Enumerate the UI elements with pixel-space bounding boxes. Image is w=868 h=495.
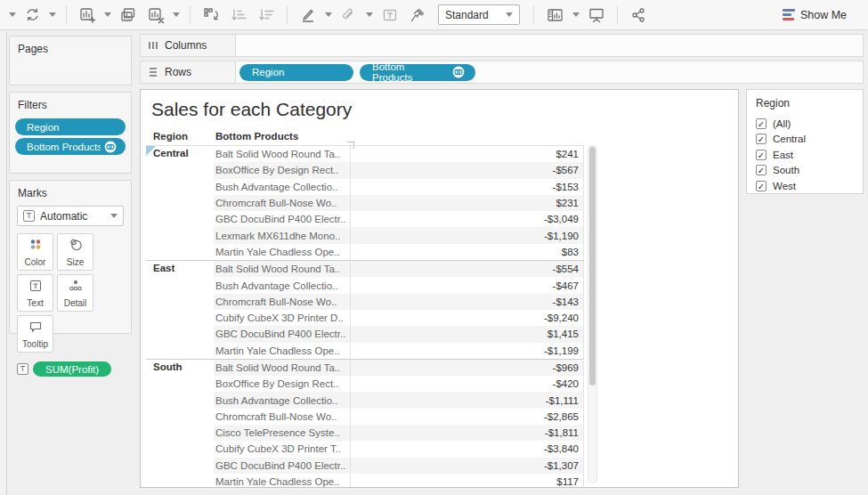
table-row[interactable]: Cubify CubeX 3D Printer T..-$3,840 (214, 441, 584, 457)
show-hide-cards-caret[interactable] (572, 12, 580, 17)
profit-value-cell[interactable]: -$554 (350, 261, 584, 277)
checkbox-icon[interactable]: ✓ (756, 181, 767, 191)
product-cell[interactable]: Lexmark MX611dhe Mono.. (214, 231, 350, 241)
undo-dropdown-caret[interactable] (9, 12, 16, 17)
product-cell[interactable]: Bush Advantage Collectio.. (214, 280, 350, 291)
table-row[interactable]: Bush Advantage Collectio..-$153 (214, 179, 584, 195)
product-cell[interactable]: Cisco TelePresence Syste.. (214, 427, 350, 438)
filter-pill-bottom-products[interactable]: Bottom Products (15, 138, 126, 155)
table-row[interactable]: Chromcraft Bull-Nose Wo..$231 (214, 195, 584, 211)
color-button[interactable]: Color (17, 233, 53, 271)
profit-value-cell[interactable]: -$3,049 (350, 211, 584, 227)
table-row[interactable]: BoxOffice By Design Rect..-$420 (214, 376, 584, 392)
table-row[interactable]: Cisco TelePresence Syste..-$1,811 (214, 425, 584, 441)
profit-value-cell[interactable]: $117 (350, 474, 584, 488)
filter-pill-region[interactable]: Region (15, 118, 126, 135)
product-cell[interactable]: Martin Yale Chadless Ope.. (214, 247, 350, 257)
product-cell[interactable]: Martin Yale Chadless Ope.. (214, 345, 350, 356)
duplicate-sheet-icon[interactable] (118, 4, 139, 26)
checkbox-icon[interactable]: ✓ (756, 165, 767, 175)
text-button[interactable]: Text (17, 274, 53, 312)
fix-axes-icon[interactable] (407, 4, 428, 26)
show-mark-labels-icon[interactable] (379, 4, 401, 26)
auto-update-caret[interactable] (49, 12, 56, 17)
profit-value-cell[interactable]: -$567 (350, 162, 584, 178)
product-cell[interactable]: Martin Yale Chadless Ope.. (214, 476, 350, 487)
filter-option-south[interactable]: ✓South (747, 163, 863, 179)
product-cell[interactable]: Cubify CubeX 3D Printer T.. (214, 443, 350, 454)
mark-type-dropdown[interactable]: T Automatic (17, 206, 124, 226)
size-button[interactable]: Size (57, 233, 93, 271)
table-row[interactable]: Chromcraft Bull-Nose Wo..-$143 (214, 294, 584, 310)
table-row[interactable]: Bush Advantage Collectio..-$1,111 (214, 392, 584, 408)
table-row[interactable]: Lexmark MX611dhe Mono..-$1,190 (214, 227, 584, 243)
product-cell[interactable]: GBC DocuBind P400 Electr.. (214, 214, 350, 224)
presentation-mode-icon[interactable] (586, 4, 607, 26)
new-worksheet-icon[interactable] (77, 4, 98, 26)
columns-shelf-area[interactable] (236, 34, 864, 57)
share-icon[interactable] (628, 4, 649, 26)
highlight-caret[interactable] (325, 12, 332, 17)
table-row[interactable]: GBC DocuBind P400 Electr..-$1,307 (214, 458, 584, 474)
auto-update-icon[interactable] (22, 4, 43, 25)
rows-shelf-area[interactable]: RegionBottom Products (236, 61, 864, 84)
product-cell[interactable]: Chromcraft Bull-Nose Wo.. (214, 411, 350, 422)
product-cell[interactable]: GBC DocuBind P400 Electr.. (214, 329, 350, 339)
filter-option-west[interactable]: ✓West (747, 178, 863, 194)
product-cell[interactable]: Bush Advantage Collectio.. (214, 395, 350, 406)
filter-option-east[interactable]: ✓East (747, 147, 863, 163)
data-pane-collapsed-strip[interactable] (0, 31, 7, 495)
vertical-scrollbar[interactable] (588, 145, 597, 483)
filter-option-central[interactable]: ✓Central (747, 132, 863, 148)
products-column-header[interactable]: Bottom Products (215, 131, 298, 142)
new-worksheet-caret[interactable] (104, 12, 111, 17)
profit-value-cell[interactable]: $1,415 (350, 326, 584, 342)
table-row[interactable]: Cubify CubeX 3D Printer D..-$9,240 (214, 310, 584, 326)
table-row[interactable]: Bush Advantage Collectio..-$467 (214, 277, 584, 293)
table-row[interactable]: Martin Yale Chadless Ope..$117 (214, 474, 584, 488)
profit-value-cell[interactable]: -$1,811 (350, 425, 584, 441)
profit-value-cell[interactable]: -$420 (350, 376, 584, 392)
detail-button[interactable]: Detail (57, 274, 93, 312)
profit-value-cell[interactable]: -$1,307 (350, 458, 584, 474)
product-cell[interactable]: Cubify CubeX 3D Printer D.. (214, 312, 350, 323)
profit-value-cell[interactable]: -$467 (350, 277, 584, 293)
rows-pill-bottom-products[interactable]: Bottom Products (360, 64, 475, 81)
product-cell[interactable]: Balt Solid Wood Round Ta.. (214, 149, 350, 159)
product-cell[interactable]: Balt Solid Wood Round Ta.. (214, 362, 350, 373)
show-me-button[interactable]: Show Me (783, 9, 859, 21)
sum-profit-pill[interactable]: SUM(Profit) (33, 361, 111, 377)
clear-sheet-icon[interactable] (145, 4, 166, 26)
swap-rows-columns-icon[interactable] (200, 4, 222, 26)
checkbox-icon[interactable]: ✓ (756, 150, 767, 160)
product-cell[interactable]: Chromcraft Bull-Nose Wo.. (214, 198, 350, 208)
product-cell[interactable]: GBC DocuBind P400 Electr.. (214, 460, 350, 471)
product-cell[interactable]: BoxOffice By Design Rect.. (214, 378, 350, 389)
checkbox-icon[interactable]: ✓ (756, 134, 767, 144)
profit-value-cell[interactable]: -$3,840 (350, 441, 584, 457)
table-row[interactable]: Chromcraft Bull-Nose Wo..-$2,865 (214, 409, 584, 425)
sort-ascending-icon[interactable] (228, 4, 249, 26)
tooltip-button[interactable]: Tooltip (17, 315, 53, 353)
region-header-east[interactable]: East (146, 261, 214, 359)
table-row[interactable]: BoxOffice By Design Rect..-$567 (214, 162, 584, 178)
product-cell[interactable]: Bush Advantage Collectio.. (214, 182, 350, 192)
format-links-caret[interactable] (366, 12, 373, 17)
table-row[interactable]: GBC DocuBind P400 Electr..-$3,049 (214, 211, 584, 227)
profit-value-cell[interactable]: -$969 (350, 360, 584, 376)
region-column-header[interactable]: Region (153, 131, 188, 142)
region-header-south[interactable]: South (146, 360, 214, 488)
format-links-icon[interactable] (338, 4, 360, 26)
table-row[interactable]: Balt Solid Wood Round Ta..$241 (214, 146, 584, 162)
text-encoding-icon[interactable]: T (17, 363, 28, 375)
profit-value-cell[interactable]: -$9,240 (350, 310, 584, 326)
profit-value-cell[interactable]: $241 (350, 146, 584, 162)
table-row[interactable]: Martin Yale Chadless Ope..-$1,199 (214, 343, 584, 359)
profit-value-cell[interactable]: $231 (350, 195, 584, 211)
highlight-icon[interactable] (297, 4, 319, 26)
product-cell[interactable]: BoxOffice By Design Rect.. (214, 165, 350, 175)
clear-sheet-caret[interactable] (173, 12, 180, 17)
profit-value-cell[interactable]: -$2,865 (350, 409, 584, 425)
checkbox-icon[interactable]: ✓ (756, 118, 767, 129)
table-row[interactable]: GBC DocuBind P400 Electr..$1,415 (214, 326, 584, 342)
